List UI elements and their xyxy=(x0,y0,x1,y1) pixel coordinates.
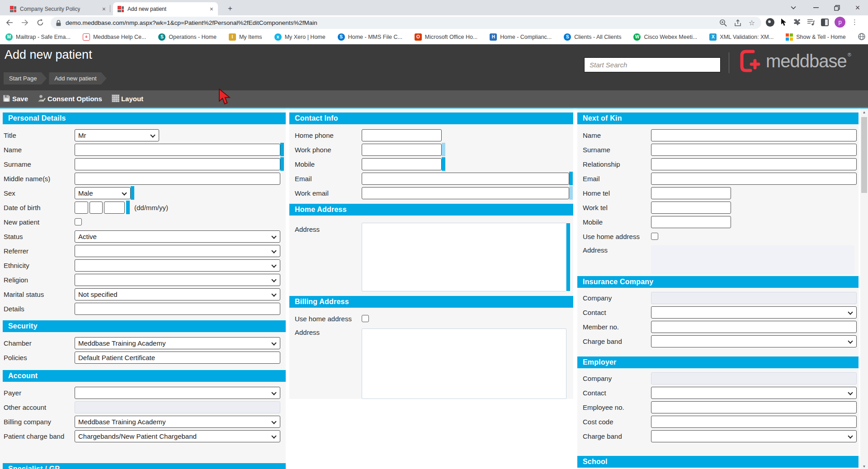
section-rows: ChamberMeddbase Training AcademyPolicies xyxy=(0,336,286,365)
contact-select[interactable] xyxy=(651,306,857,319)
save-button[interactable]: Save xyxy=(2,94,28,104)
bookmark-bobtabor-com-c[interactable]: BobTabor.com – C#... xyxy=(858,33,868,42)
puzzle-extensions-icon[interactable] xyxy=(793,18,801,26)
browser-menu-kebab-icon[interactable]: ⋮ xyxy=(851,18,858,26)
bookmark-xml-validation-xm[interactable]: XXML Validation: XM... xyxy=(709,33,774,41)
search-input[interactable] xyxy=(584,57,721,72)
charge-band-select[interactable] xyxy=(651,430,857,442)
status-select[interactable]: Active xyxy=(75,230,280,243)
field-marital-status: Marital statusNot specified xyxy=(0,287,286,301)
mobile-input[interactable] xyxy=(362,158,442,170)
bookmark-clients-all-clients[interactable]: SClients - All Clients xyxy=(564,33,621,41)
forward-icon[interactable] xyxy=(19,17,31,28)
surname-input[interactable] xyxy=(651,144,857,156)
bookmark-my-xero-home[interactable]: xMy Xero | Home xyxy=(274,33,326,41)
restore-icon[interactable] xyxy=(826,0,847,15)
content-scrollbar[interactable]: ▲ ▼ xyxy=(860,108,868,469)
details-input[interactable] xyxy=(75,303,280,315)
zoom-icon[interactable] xyxy=(719,19,727,27)
meddbase-favicon-icon xyxy=(10,6,16,12)
home-tel-input[interactable] xyxy=(651,187,731,199)
back-icon[interactable] xyxy=(4,17,15,28)
cursor-extension-icon[interactable] xyxy=(780,18,787,26)
window-menu-chevron-icon[interactable] xyxy=(783,0,804,15)
work-phone-input[interactable] xyxy=(362,144,442,156)
media-playlist-icon[interactable] xyxy=(807,19,815,26)
surname-input[interactable] xyxy=(75,158,280,170)
layout-button[interactable]: Layout xyxy=(111,94,143,104)
bookmark-my-items[interactable]: IMy Items xyxy=(229,33,262,41)
tab-close-icon[interactable]: × xyxy=(102,6,106,12)
bookmark-home-complianc[interactable]: HHome - Complianc... xyxy=(490,33,552,41)
profile-avatar[interactable]: p xyxy=(835,17,845,28)
scroll-up-icon[interactable]: ▲ xyxy=(860,108,868,116)
reader-extension-icon[interactable] xyxy=(821,19,829,26)
use-home-address-checkbox[interactable] xyxy=(651,233,658,240)
charge-band-select[interactable] xyxy=(651,335,857,347)
tab-add-new-patient[interactable]: Add new patient× xyxy=(113,2,218,15)
consent-options-button[interactable]: Consent Options xyxy=(37,94,102,104)
middle-name-s-input[interactable] xyxy=(75,173,280,185)
scroll-down-icon[interactable]: ▼ xyxy=(860,463,868,469)
member-no-input[interactable] xyxy=(651,321,857,333)
name-input[interactable] xyxy=(651,129,857,141)
dob-part-2-input[interactable] xyxy=(90,202,103,214)
home-phone-input[interactable] xyxy=(362,129,442,141)
mobile-input[interactable] xyxy=(651,216,731,228)
billing-company-select[interactable]: Meddbase Training Academy xyxy=(75,416,280,428)
sex-select[interactable]: Male xyxy=(75,187,131,199)
chamber-select[interactable]: Meddbase Training Academy xyxy=(75,337,280,349)
omnibox[interactable]: demo.meddbase.com/nmp.aspx?wk=1&cp=Patie… xyxy=(51,17,761,29)
cost-code-input[interactable] xyxy=(651,416,857,428)
religion-select[interactable] xyxy=(75,274,280,286)
employee-no-input[interactable] xyxy=(651,401,857,413)
bookmark-label: Show & Tell - Home xyxy=(796,34,846,40)
new-tab-button[interactable]: + xyxy=(224,3,236,14)
payer-select[interactable] xyxy=(75,387,280,399)
name-input[interactable] xyxy=(75,144,280,156)
bookmark-operations-home[interactable]: SOperations - Home xyxy=(158,33,217,41)
minimize-icon[interactable] xyxy=(806,0,826,15)
extension-circle-icon[interactable] xyxy=(766,18,774,27)
address-textarea[interactable] xyxy=(362,328,566,399)
work-email-input[interactable] xyxy=(362,187,569,199)
dob-part-3-input[interactable] xyxy=(104,202,125,214)
relationship-input[interactable] xyxy=(651,158,857,170)
email-input[interactable] xyxy=(651,173,857,185)
dob-part-1-input[interactable] xyxy=(75,202,88,214)
contact-select[interactable] xyxy=(651,387,857,399)
tab-company-security-policy[interactable]: Company Security Policy× xyxy=(5,2,110,15)
work-tel-input[interactable] xyxy=(651,202,731,214)
new-patient-checkbox[interactable] xyxy=(75,218,82,225)
bookmark-microsoft-office-ho[interactable]: OMicrosoft Office Ho... xyxy=(415,33,477,41)
bookmark-show-tell-home[interactable]: Show & Tell - Home xyxy=(786,33,846,41)
bookmark-mailtrap-safe-ema[interactable]: MMailtrap - Safe Ema... xyxy=(5,33,71,41)
marital-status-select[interactable]: Not specified xyxy=(75,288,280,300)
use-home-address-checkbox[interactable] xyxy=(362,315,369,322)
breadcrumb-start-page[interactable]: Start Page xyxy=(4,72,47,84)
patient-charge-band-select[interactable]: Chargebands/New Patient Chargeband xyxy=(75,430,280,442)
scrollbar-thumb[interactable] xyxy=(861,117,867,193)
bookmark-meddbase-help-ce[interactable]: +Meddbase Help Ce... xyxy=(83,33,146,41)
ethnicity-select[interactable] xyxy=(75,259,280,272)
policies-input[interactable] xyxy=(75,352,280,364)
toolbar-label: Layout xyxy=(121,95,143,103)
tab-close-icon[interactable]: × xyxy=(210,6,213,12)
required-indicator xyxy=(280,143,284,156)
bookmark-star-icon[interactable]: ☆ xyxy=(749,19,755,27)
field-label-employee-no: Employee no. xyxy=(583,403,651,411)
title-select[interactable]: Mr xyxy=(75,129,159,141)
lock-icon xyxy=(56,20,61,26)
share-icon[interactable] xyxy=(734,19,741,27)
refresh-icon[interactable] xyxy=(34,17,46,28)
field-religion: Religion xyxy=(0,272,286,287)
field-new-patient: New patient xyxy=(0,215,286,229)
address-textarea[interactable] xyxy=(362,223,566,291)
referrer-select[interactable] xyxy=(75,245,280,257)
bookmark-cisco-webex-meeti[interactable]: WCisco Webex Meeti... xyxy=(633,33,697,41)
close-window-icon[interactable]: × xyxy=(847,0,868,15)
bookmark-home-mms-file-c[interactable]: SHome - MMS File C... xyxy=(338,33,402,41)
url-text[interactable]: demo.meddbase.com/nmp.aspx?wk=1&cp=Patie… xyxy=(66,19,317,26)
breadcrumb-add-new-patient[interactable]: Add new patient xyxy=(49,72,106,84)
email-input[interactable] xyxy=(362,173,569,185)
